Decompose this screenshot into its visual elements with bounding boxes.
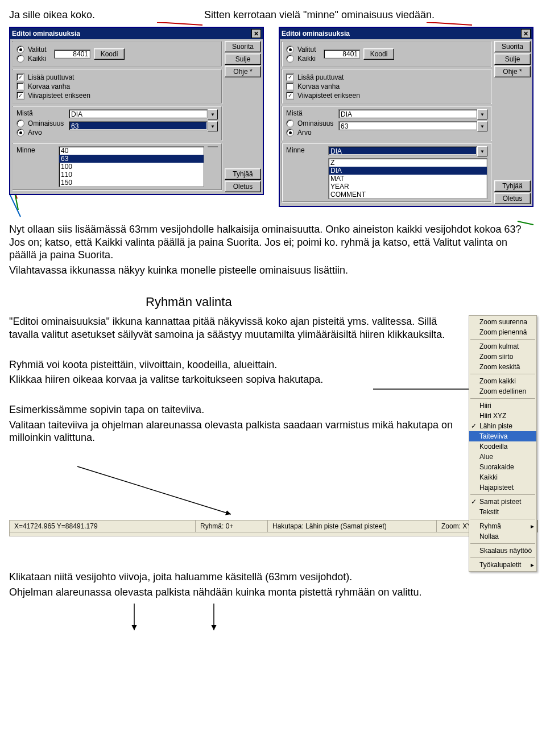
menu-item[interactable]: Zoom keskitä — [469, 362, 536, 372]
minne-listbox[interactable]: Z DIA MAT YEAR COMMENT — [328, 158, 487, 199]
menu-item[interactable]: Samat pisteet — [469, 497, 536, 507]
radio-kaikki[interactable] — [286, 55, 294, 63]
menu-item[interactable]: Lähin piste — [469, 421, 536, 431]
suorita-button[interactable]: Suorita — [494, 41, 531, 52]
paragraph: Klikkaa hiiren oikeaa korvaa ja valitse … — [9, 373, 457, 386]
paragraph: Valitaan taiteviiva ja ohjelman alareuna… — [9, 419, 457, 444]
scrollbar[interactable] — [208, 146, 218, 147]
list-item[interactable]: YEAR — [329, 183, 487, 191]
menu-item[interactable]: Koodeilla — [469, 441, 536, 452]
paragraph: Vilahtavassa ikkunassa näkyy kuinka mone… — [9, 264, 526, 277]
chk-lisaa[interactable] — [286, 73, 294, 81]
chk-viiva[interactable] — [16, 92, 24, 100]
menu-item[interactable]: Työkalupaletit — [469, 560, 536, 570]
svg-line-4 — [9, 193, 20, 217]
chevron-down-icon[interactable]: ▼ — [477, 109, 487, 119]
menu-item[interactable]: Zoom kulmat — [469, 341, 536, 352]
menu-item[interactable]: Alue — [469, 452, 536, 462]
menu-item[interactable]: Ryhmä — [469, 521, 536, 531]
minne-label: Minne — [286, 146, 325, 154]
radio-arvo-label: Arvo — [297, 129, 312, 137]
chevron-down-icon[interactable]: ▼ — [477, 121, 487, 131]
list-item[interactable]: 110 — [59, 171, 204, 179]
list-item[interactable]: 63 — [59, 155, 204, 163]
mista-label: Mistä — [16, 109, 65, 117]
radio-ominaisuus[interactable] — [286, 119, 294, 127]
chk-viiva-label: Viivapisteet erikseen — [28, 92, 90, 100]
chevron-down-icon[interactable]: ▼ — [208, 109, 218, 119]
section-heading: Ryhmän valinta — [146, 295, 537, 309]
menu-item[interactable]: Hajapisteet — [469, 482, 536, 493]
top-left-text: Ja sille oikea koko. — [9, 9, 95, 21]
menu-item[interactable]: Zoom kaikki — [469, 376, 536, 386]
list-item[interactable]: Z — [329, 159, 487, 167]
list-item[interactable]: DIA — [329, 167, 487, 175]
top-right-text: Sitten kerrotaan vielä "minne" ominaisuu… — [204, 9, 537, 21]
mista-arvo-field[interactable]: 63 — [338, 121, 477, 130]
oletus-button[interactable]: Oletus — [225, 181, 261, 192]
close-icon[interactable]: ✕ — [251, 29, 261, 38]
oletus-button[interactable]: Oletus — [494, 193, 531, 204]
menu-item[interactable]: Zoom edellinen — [469, 386, 536, 396]
chk-viiva-label: Viivapisteet erikseen — [297, 92, 360, 100]
ohje-button[interactable]: Ohje * — [225, 66, 261, 77]
ohje-button[interactable]: Ohje * — [494, 66, 531, 77]
radio-valitut-label: Valitut — [28, 46, 46, 53]
close-icon[interactable]: ✕ — [521, 29, 531, 38]
menu-item[interactable]: Zoom siirto — [469, 352, 536, 362]
mista-arvo-field[interactable]: 63 — [69, 121, 208, 130]
chk-lisaa-label: Lisää puuttuvat — [28, 73, 74, 81]
paragraph: Ohjelman alareunassa olevasta palkista n… — [9, 586, 537, 599]
chk-korvaa-label: Korvaa vanha — [28, 82, 70, 90]
tyhjaa-button[interactable]: Tyhjää — [225, 168, 261, 180]
paragraph: Ryhmiä voi koota pisteittäin, viivoittai… — [9, 358, 457, 371]
menu-item[interactable]: Zoom suurenna — [469, 317, 536, 327]
menu-item[interactable]: Skaalaus näyttöö — [469, 546, 536, 556]
radio-arvo[interactable] — [286, 129, 294, 137]
list-item[interactable]: MAT — [329, 175, 487, 183]
radio-valitut[interactable] — [286, 46, 294, 53]
status-hakutapa: Hakutapa: Lähin piste (Samat pisteet) — [268, 520, 437, 532]
tyhjaa-button[interactable]: Tyhjää — [494, 180, 531, 192]
list-item[interactable]: 100 — [59, 163, 204, 171]
menu-item[interactable]: Hiiri XYZ — [469, 411, 536, 421]
radio-ominaisuus[interactable] — [16, 119, 24, 127]
sulje-button[interactable]: Sulje — [225, 53, 261, 65]
menu-item-taiteviiva[interactable]: Taiteviiva — [469, 431, 536, 441]
radio-valitut-label: Valitut — [297, 46, 316, 53]
radio-arvo[interactable] — [16, 129, 24, 137]
menu-item[interactable]: Kaikki — [469, 472, 536, 482]
radio-kaikki-label: Kaikki — [28, 55, 46, 63]
radio-kaikki[interactable] — [16, 55, 24, 63]
suorita-button[interactable]: Suorita — [225, 41, 261, 52]
menu-item[interactable]: Nollaa — [469, 531, 536, 542]
radio-valitut[interactable] — [16, 46, 24, 53]
code-field[interactable] — [54, 49, 90, 59]
code-field[interactable] — [324, 49, 360, 59]
minne-listbox[interactable]: 40 63 100 110 150 — [59, 146, 204, 187]
chk-viiva[interactable] — [286, 92, 294, 100]
menu-item[interactable]: Tekstit — [469, 507, 536, 517]
sulje-button[interactable]: Sulje — [494, 53, 531, 65]
list-item[interactable]: 150 — [59, 179, 204, 187]
status-coords: X=41724.965 Y=88491.179 — [10, 520, 196, 532]
koodi-button[interactable]: Koodi — [94, 48, 125, 60]
koodi-button[interactable]: Koodi — [363, 48, 394, 60]
menu-item[interactable]: Zoom pienennä — [469, 327, 536, 337]
menu-item[interactable]: Hiiri — [469, 400, 536, 411]
context-menu: Zoom suurenna Zoom pienennä Zoom kulmat … — [469, 315, 537, 572]
list-item[interactable]: COMMENT — [329, 191, 487, 199]
chk-korvaa[interactable] — [16, 82, 24, 90]
status-ryhma: Ryhmä: 0+ — [196, 520, 268, 532]
chevron-down-icon[interactable]: ▼ — [477, 146, 487, 156]
menu-item[interactable]: Suorakaide — [469, 462, 536, 472]
chk-lisaa[interactable] — [16, 73, 24, 81]
chevron-down-icon[interactable]: ▼ — [208, 121, 218, 131]
radio-ominaisuus-label: Ominaisuus — [297, 119, 333, 127]
minne-field[interactable]: DIA — [328, 146, 477, 155]
chk-korvaa[interactable] — [286, 82, 294, 90]
mista-field-1[interactable]: DIA — [69, 109, 208, 118]
list-item[interactable]: 40 — [59, 147, 204, 155]
mista-field-1[interactable]: DIA — [338, 109, 477, 118]
svg-line-0 — [157, 22, 202, 25]
